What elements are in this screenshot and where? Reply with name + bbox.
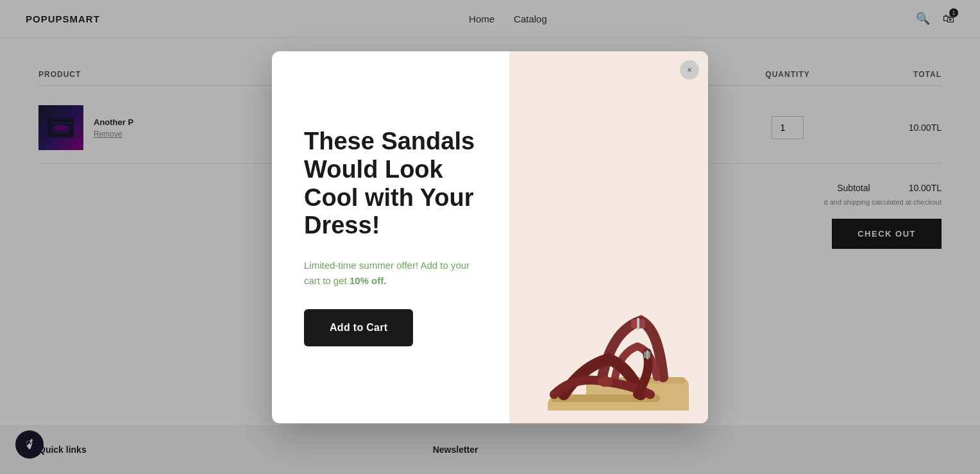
- svg-rect-14: [646, 350, 648, 359]
- svg-point-12: [598, 377, 613, 387]
- add-to-cart-button[interactable]: Add to Cart: [304, 309, 413, 346]
- modal-overlay: These Sandals Would Look Cool with Your …: [0, 0, 980, 474]
- sandal-image: [509, 51, 708, 423]
- popup-subtext-before: Limited-time summer offer! Add to your c…: [304, 260, 469, 286]
- close-button[interactable]: ×: [680, 60, 699, 80]
- popup-subtext: Limited-time summer offer! Add to your c…: [304, 258, 477, 289]
- popup-right-panel: ×: [509, 51, 708, 423]
- popup-heading: These Sandals Would Look Cool with Your …: [304, 128, 477, 240]
- svg-rect-8: [637, 318, 639, 330]
- popup-left-panel: These Sandals Would Look Cool with Your …: [272, 51, 509, 423]
- popup-subtext-highlight: 10% off.: [350, 275, 387, 286]
- popup-modal: These Sandals Would Look Cool with Your …: [272, 51, 708, 423]
